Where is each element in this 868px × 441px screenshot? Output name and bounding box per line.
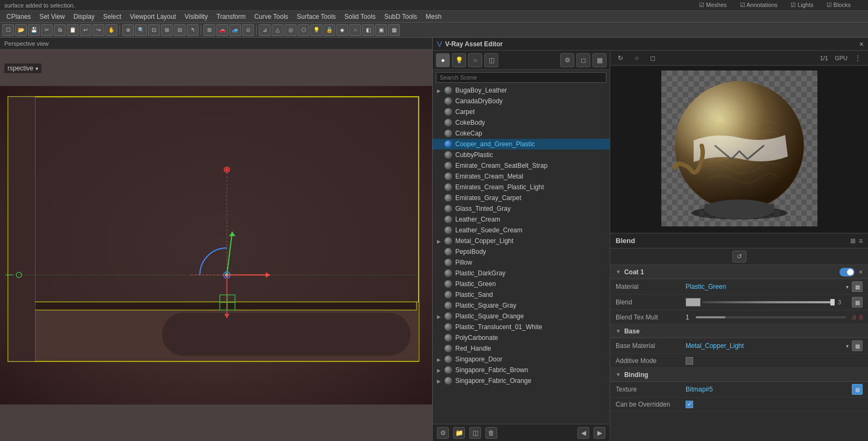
extra2-btn[interactable]: ▣	[375, 24, 387, 36]
asset-item-emirate-seatbelt[interactable]: ▶ Emirate_Cream_SeatBelt_Strap	[433, 160, 610, 171]
footer-arrow-right-btn[interactable]: ▶	[594, 427, 605, 439]
footer-folder-btn[interactable]: 📁	[453, 427, 465, 439]
asset-item-red-handle[interactable]: ▶ Red_Handle	[433, 343, 610, 354]
asset-item-leather-cream[interactable]: ▶ Leather_Cream	[433, 214, 610, 225]
tab-textures[interactable]: ◫	[484, 53, 498, 67]
asset-item-cooper-green[interactable]: ▶ Cooper_and_Green_Plastic	[433, 139, 610, 150]
asset-item-singapore-fabric-orange[interactable]: ▶ Singapore_Fabric_Orange	[433, 375, 610, 386]
asset-item-bugaboy[interactable]: ▶ BugaBoy_Leather	[433, 85, 610, 96]
menu-mesh[interactable]: Mesh	[421, 12, 446, 22]
extra1-btn[interactable]: ◧	[362, 24, 374, 36]
viewport[interactable]: Perspective view	[0, 38, 432, 441]
preview-cube-btn[interactable]: ◻	[647, 52, 659, 64]
undo-btn[interactable]: ↩	[80, 24, 91, 36]
asset-item-metal-copper[interactable]: ▶ Metal_Copper_Light	[433, 236, 610, 246]
zoom-ext-btn[interactable]: ⊞	[161, 24, 173, 36]
can-be-overridden-checkbox[interactable]: ✓	[686, 401, 693, 408]
coat1-close-btn[interactable]: ×	[859, 268, 863, 276]
menu-display[interactable]: Display	[69, 12, 99, 22]
circle-btn[interactable]: ○	[349, 24, 361, 36]
menu-surface-tools[interactable]: Surface Tools	[293, 12, 341, 22]
asset-item-plastic-sq-gray[interactable]: ▶ Plastic_Square_Gray	[433, 300, 610, 311]
texture-btn[interactable]: ▦	[852, 384, 863, 395]
preview-refresh-btn[interactable]: ↻	[615, 52, 626, 64]
base-material-dropdown[interactable]: ▾	[846, 343, 849, 349]
additive-mode-checkbox[interactable]	[686, 357, 693, 365]
new-btn[interactable]: ☐	[2, 24, 14, 36]
base-section-header[interactable]: ▼ Base	[610, 324, 868, 338]
asset-item-emirates-gray[interactable]: ▶ Emirates_Gray_Carpet	[433, 193, 610, 203]
base-material-link[interactable]: Metal_Copper_Light	[686, 342, 843, 350]
asset-item-emirates-plastic[interactable]: ▶ Emirates_Cream_Plastic_Light	[433, 182, 610, 193]
material-texture-btn[interactable]: ▦	[852, 281, 863, 292]
preview-sphere-btn[interactable]: ○	[631, 52, 643, 64]
asset-item-pillow[interactable]: ▶ Pillow	[433, 257, 610, 268]
save-btn[interactable]: 💾	[28, 24, 40, 36]
footer-texture-btn[interactable]: ◫	[469, 427, 481, 439]
asset-item-plastic-sq-orange[interactable]: ▶ Plastic_Square_Orange	[433, 311, 610, 322]
material-dropdown-arrow[interactable]: ▾	[846, 284, 849, 290]
menu-cplanes[interactable]: CPlanes	[2, 12, 35, 22]
menu-viewport-layout[interactable]: Viewport Layout	[125, 12, 180, 22]
preview-more-btn[interactable]: ⋮	[852, 52, 864, 64]
asset-item-canadadry[interactable]: ▶ CanadaDryBody	[433, 96, 610, 106]
blend-texture-btn[interactable]: ▦	[852, 297, 863, 308]
texture-link[interactable]: Bitmap#5	[686, 386, 849, 393]
zoom-sel-btn[interactable]: ⊟	[174, 24, 186, 36]
grid-btn[interactable]: ⊞	[203, 24, 215, 36]
asset-item-pepsi[interactable]: ▶ PepsiBody	[433, 246, 610, 257]
asset-item-plastic-sand[interactable]: ▶ Plastic_Sand	[433, 289, 610, 300]
blend-color-box[interactable]	[686, 298, 701, 307]
menu-curve-tools[interactable]: Curve Tools	[250, 12, 292, 22]
lock-btn[interactable]: 🔒	[323, 24, 335, 36]
asset-item-singapore-door[interactable]: ▶ Singapore_Door	[433, 354, 610, 365]
tab-materials[interactable]: ●	[436, 53, 450, 67]
blend-tex-mult-slider[interactable]	[696, 316, 846, 318]
car-btn[interactable]: 🚗	[216, 24, 228, 36]
zoom-win-btn[interactable]: ⊡	[148, 24, 160, 36]
menu-transform[interactable]: Transform	[212, 12, 250, 22]
asset-item-singapore-fabric-brown[interactable]: ▶ Singapore_Fabric_Brown	[433, 365, 610, 375]
cut-btn[interactable]: ✂	[41, 24, 53, 36]
menu-visibility[interactable]: Visibility	[180, 12, 212, 22]
menu-solid-tools[interactable]: Solid Tools	[340, 12, 380, 22]
asset-item-carpet[interactable]: ▶ Carpet	[433, 106, 610, 117]
material-link[interactable]: Plastic_Green	[686, 283, 843, 290]
menu-subd-tools[interactable]: SubD Tools	[380, 12, 421, 22]
extra3-btn[interactable]: ▦	[388, 24, 400, 36]
car2-btn[interactable]: 🚙	[229, 24, 241, 36]
search-input[interactable]	[436, 72, 606, 83]
blend-slider[interactable]	[703, 301, 835, 303]
asset-item-emirates-metal[interactable]: ▶ Emirates_Cream_Metal	[433, 171, 610, 182]
tab-settings[interactable]: ⚙	[560, 53, 574, 67]
zoom-btn[interactable]: 🔍	[135, 24, 147, 36]
asset-item-cokecap[interactable]: ▶ CokeCap	[433, 128, 610, 139]
menu-setview[interactable]: Set View	[35, 12, 69, 22]
blend-options-btn[interactable]: ⊞	[850, 237, 856, 245]
asset-item-plastic-green[interactable]: ▶ Plastic_Green	[433, 279, 610, 289]
tab-lights[interactable]: 💡	[452, 53, 466, 67]
asset-item-polycarbonate[interactable]: ▶ PolyCarbonate	[433, 332, 610, 343]
move-btn[interactable]: ⊕	[122, 24, 134, 36]
redo-btn[interactable]: ↪	[93, 24, 104, 36]
base-material-texture-btn[interactable]: ▦	[852, 340, 863, 351]
copy-btn[interactable]: ⧉	[54, 24, 66, 36]
pan-btn[interactable]: ✋	[105, 24, 117, 36]
asset-item-plastic-dark[interactable]: ▶ Plastic_DarkGray	[433, 268, 610, 279]
refresh-btn[interactable]: ↺	[732, 251, 746, 262]
diamond-btn[interactable]: ◆	[336, 24, 348, 36]
dim1-btn[interactable]: ⊿	[259, 24, 271, 36]
paste-btn[interactable]: 📋	[67, 24, 79, 36]
viewport-perspective-label[interactable]: rspective ▾	[4, 63, 41, 73]
tab-render[interactable]: ◻	[576, 53, 590, 67]
coat1-section-header[interactable]: ▼ Coat 1 ×	[610, 265, 868, 279]
menu-select[interactable]: Select	[99, 12, 125, 22]
dim4-btn[interactable]: ⬡	[298, 24, 309, 36]
open-btn[interactable]: 📂	[15, 24, 27, 36]
tab-more[interactable]: ▦	[592, 53, 606, 67]
asset-item-glass-tinted[interactable]: ▶ Glass_Tinted_Gray	[433, 203, 610, 214]
dim3-btn[interactable]: ◎	[285, 24, 297, 36]
coat1-toggle[interactable]	[839, 268, 855, 276]
tab-geometry[interactable]: ○	[468, 53, 482, 67]
vray-close-button[interactable]: ×	[859, 40, 864, 48]
